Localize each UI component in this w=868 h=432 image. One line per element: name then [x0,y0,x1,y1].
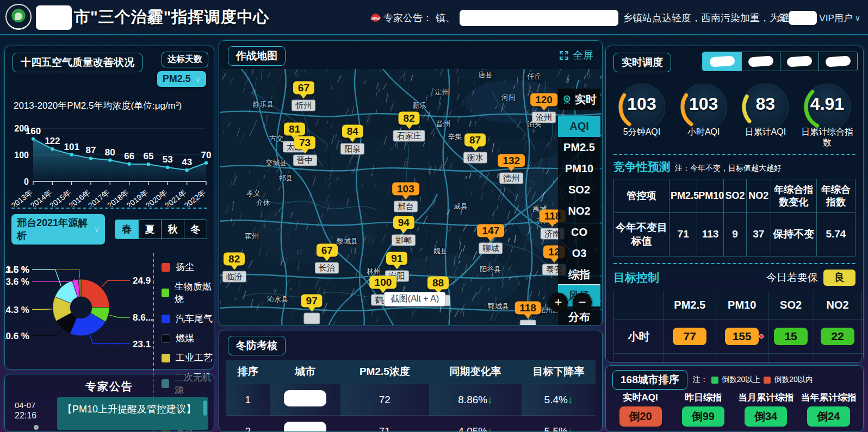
announcement-text-post: 乡镇站点达轻度，西南污染加重，为避免 [623,11,799,24]
aqi-marker-临汾[interactable]: 82临汾 [222,252,246,282]
season-tab-春[interactable]: 春 [115,220,138,239]
value-badge: 14 [774,362,808,362]
dispatch-tab-4[interactable] [819,52,857,71]
svg-text:122: 122 [45,136,60,146]
dispatch-tab-1[interactable] [703,52,741,71]
announcement-bar[interactable]: NEW 专家公告： 镇、 乡镇站点达轻度，西南污染加重，为避免 [371,10,799,26]
marker-value: 67 [293,81,314,94]
aqi-marker-石家庄[interactable]: 82石家庄 [393,111,425,141]
change-value: 4.05% [458,425,487,432]
season-tab-冬[interactable]: 冬 [184,220,207,239]
tc-row-label: 小时 [614,320,664,354]
scrollbar[interactable] [203,400,207,416]
menu-item-综指[interactable]: 综指 [558,264,600,285]
marker-pointer-icon [540,105,548,110]
ranking-col-header: 实时AQI [612,392,669,404]
place-label-孝义: 孝义 [246,189,261,198]
legend-label: 汽车尾气 [176,312,213,325]
place-label-静乐县: 静乐县 [253,99,274,109]
place-label-新乐: 新乐 [412,101,426,110]
place-label-郓城县: 郓城县 [488,302,509,311]
svg-text:100: 100 [14,151,29,160]
page-title: 市"三个治霾"指挥调度中心 [74,7,270,28]
legend-swatch [162,263,170,272]
new-badge-icon: NEW [371,11,380,24]
table-row: 今年不变目标值71113937保持不变5.74 [614,213,855,256]
svg-text:101: 101 [64,142,79,152]
top-header: 市"三个治霾"指挥调度中心 NEW 专家公告： 镇、 乡镇站点达轻度，西南污染加… [0,0,868,35]
dashboard-root: 市"三个治霾"指挥调度中心 NEW 专家公告： 镇、 乡镇站点达轻度，西南污染加… [0,0,868,432]
prediction-cell: 今年不变目标值 [614,213,669,256]
marker-pointer-icon [550,258,558,263]
standard-days-button[interactable]: 达标天数 [162,52,208,67]
aqi-marker-沧州[interactable]: 120沧州 [530,93,557,123]
legend-label: 倒数20以上 [722,375,761,385]
tc-col-header: NO2 [814,291,861,320]
fullscreen-button[interactable]: 全屏 [559,48,593,62]
dispatch-panel-title: 实时调度 [613,53,671,72]
ranking-badge: 倒20 [619,406,662,427]
aqi-marker-忻州[interactable]: 67忻州 [292,81,315,111]
dispatch-tab-2[interactable] [741,52,780,71]
tc-row-label: 累计 [614,354,664,362]
announcement-message[interactable]: 【PM10上升提醒及管控建议】 [57,397,208,430]
aqi-marker-长治[interactable]: 67长治 [315,244,339,274]
announcement-date: 04-07 [15,400,57,410]
marker-pointer-icon [507,167,515,172]
aqi-marker-118[interactable]: 118 [514,301,541,325]
winter-col-header: PM2.5浓度 [340,360,429,384]
aqi-marker-97[interactable]: 97 [301,295,323,324]
marker-value: 81 [284,123,305,136]
marker-value: 82 [224,252,245,265]
tc-cell: 112 [716,354,768,362]
ranking-col-实时AQI: 实时AQI倒20 [609,392,672,427]
pollutant-select[interactable]: PM2.5 ∨ [157,71,206,87]
place-label-介休: 介休 [256,198,270,208]
aqi-marker-邢台[interactable]: 103邢台 [392,182,419,212]
marker-pointer-icon [402,195,410,199]
menu-item-SO2[interactable]: SO2 [558,179,600,201]
table-row: 1728.86%↓5.4%↓ [226,384,596,416]
map-zoom-in-button[interactable]: + [549,293,568,312]
menu-item-AQI[interactable]: AQI [558,116,600,137]
city-cell [270,384,340,416]
aqi-marker-邯郸[interactable]: 94邯郸 [392,216,416,246]
menu-item-PM10[interactable]: PM10 [558,158,600,179]
menu-item-O3[interactable]: O3 [558,243,600,264]
target-value: 5.4% [544,394,568,405]
menu-item-NO2[interactable]: NO2 [558,201,600,222]
svg-text:23.1 %: 23.1 % [133,339,153,349]
map-canvas[interactable]: 唐县任丘定州河间新乐静乐县晋州泊头辛集古交交城县祁县孝义介休威县禹城齐河县霍州黎… [220,69,602,325]
legend-swatch [162,334,170,343]
ranking-col-header: 当年累计综指 [800,392,857,404]
table-row: 小时7715515221.4 [614,320,864,354]
user-menu[interactable]: VIP用户 ∨ [777,11,860,25]
aqi-marker-晋中[interactable]: 73晋中 [293,136,317,166]
season-tab-秋[interactable]: 秋 [161,220,184,239]
menu-item-PM2.5[interactable]: PM2.5 [558,137,600,158]
gauge-value: 103 [612,94,671,114]
rank-cell: 1 [226,384,270,416]
aqi-marker-聊城[interactable]: 147聊城 [478,224,505,254]
redacted-block [786,55,812,67]
menu-item-CO[interactable]: CO [558,222,600,243]
dispatch-tabs [702,52,858,71]
dispatch-tab-3[interactable] [780,52,819,71]
winter-col-header: 排序 [226,360,270,384]
map-zoom-out-button[interactable]: − [573,293,592,312]
redacted-block [748,55,773,67]
menu-item-live[interactable]: 实时 [558,89,600,110]
agency-logo-icon [5,4,32,30]
table-row: 2714.05%↓5.5%↓ [226,416,596,432]
place-label-任丘: 任丘 [527,72,541,82]
aqi-marker-德州[interactable]: 132德州 [498,154,525,184]
ranking-col-header: 昨日综指 [675,392,731,404]
source-analysis-select[interactable]: 邢台2021年源解析 ∨ [11,214,105,245]
aqi-marker-衡水[interactable]: 87衡水 [463,133,487,163]
prediction-cell: 37 [747,213,771,256]
pm25-cell: 72 [340,384,429,416]
aqi-marker-阳泉[interactable]: 84阳泉 [340,124,364,154]
season-tab-夏[interactable]: 夏 [138,220,161,239]
arrow-down-icon: ↓ [568,394,573,405]
pm25-trend-line-chart: 01002001602013年1222014年1012015年872016年80… [7,113,214,206]
